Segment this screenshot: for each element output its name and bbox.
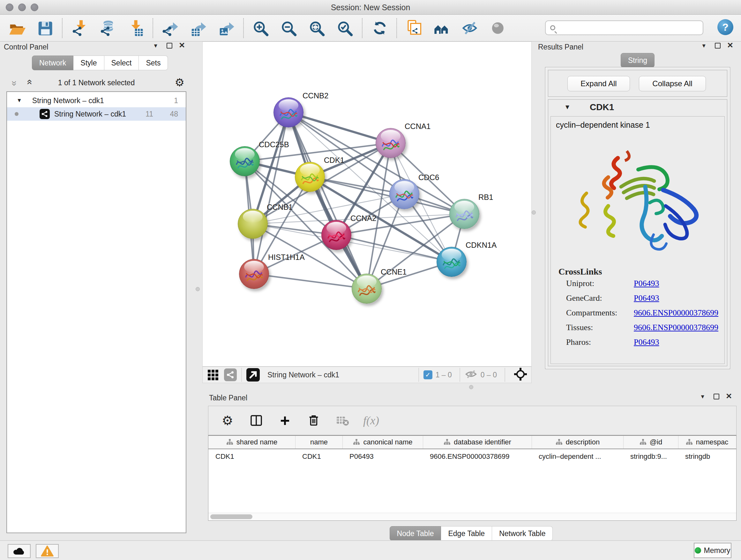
import-network-database-icon[interactable] — [99, 19, 116, 37]
show-columns-icon[interactable] — [249, 413, 264, 428]
open-in-new-window-icon[interactable] — [246, 368, 260, 381]
left-splitter-handle[interactable] — [196, 287, 200, 291]
network-node-cdc25b[interactable] — [230, 146, 260, 176]
tab-select[interactable]: Select — [105, 56, 139, 70]
table-cell[interactable]: CDK1 — [208, 449, 295, 464]
column-header-description[interactable]: description — [532, 436, 623, 449]
hide-selected-icon[interactable] — [461, 19, 479, 37]
column-header-canonical-name[interactable]: canonical name — [342, 436, 423, 449]
network-options-gear-icon[interactable]: ⚙ — [175, 76, 185, 89]
network-node-cdk1[interactable] — [295, 162, 325, 192]
tab-node-table[interactable]: Node Table — [390, 526, 441, 541]
memory-button[interactable]: Memory — [694, 543, 731, 558]
add-column-icon[interactable]: + — [277, 413, 293, 428]
control-panel-float-icon[interactable] — [166, 43, 172, 50]
table-row[interactable]: CDK1CDK1P064939606.ENSP00000378699cyclin… — [208, 449, 736, 464]
help-button[interactable]: ? — [718, 19, 733, 35]
import-table-icon[interactable] — [127, 19, 144, 37]
search-input[interactable] — [558, 23, 703, 32]
network-node-cdkn1a[interactable] — [436, 247, 467, 277]
tab-network[interactable]: Network — [32, 56, 73, 70]
import-network-file-icon[interactable] — [71, 19, 88, 37]
network-node-rb1[interactable] — [449, 199, 479, 229]
delete-column-trash-icon[interactable] — [306, 413, 321, 428]
string-home-icon[interactable] — [433, 19, 451, 37]
table-cell[interactable]: stringdb — [678, 449, 736, 464]
network-row[interactable]: String Network – cdk1 11 48 — [7, 107, 186, 121]
protein-thumbnail — [356, 280, 377, 300]
expand-all-button[interactable]: Expand All — [567, 76, 630, 91]
refresh-network-icon[interactable] — [371, 19, 388, 37]
right-splitter-handle[interactable] — [532, 210, 536, 214]
tab-string[interactable]: String — [621, 53, 655, 68]
open-session-icon[interactable] — [8, 19, 25, 37]
collapse-all-button[interactable]: Collapse All — [639, 76, 706, 91]
table-cell[interactable]: stringdb:9... — [623, 449, 678, 464]
network-node-ccna1[interactable] — [376, 128, 406, 158]
tab-edge-table[interactable]: Edge Table — [441, 526, 492, 541]
tab-network-table[interactable]: Network Table — [492, 526, 553, 541]
column-header-name[interactable]: name — [295, 436, 342, 449]
table-horizontal-scrollbar[interactable] — [208, 513, 736, 520]
network-node-hist1h1a[interactable] — [239, 259, 269, 289]
network-collection-row[interactable]: ▼ String Network – cdk1 1 — [7, 94, 186, 107]
tab-sets[interactable]: Sets — [139, 56, 168, 70]
zoom-fit-content-icon[interactable] — [308, 19, 326, 37]
network-share-icon[interactable] — [224, 368, 237, 381]
crosslink-link[interactable]: 9606.ENSP00000378699 — [634, 323, 718, 332]
expand-collapse-row: Expand All Collapse All — [548, 70, 727, 97]
network-node-ccnb2[interactable] — [273, 98, 304, 127]
export-table-icon[interactable] — [190, 19, 207, 37]
warning-status-button[interactable] — [36, 544, 59, 558]
view-grid-icon[interactable] — [208, 370, 218, 380]
save-session-icon[interactable] — [37, 19, 54, 37]
scrollbar-thumb[interactable] — [210, 514, 253, 519]
table-panel-close-icon[interactable]: ✕ — [726, 392, 732, 401]
network-canvas[interactable]: CCNB2 CCNA1 CDC25B CDK1 CDC6 RB1CCNB1 CC… — [202, 42, 532, 367]
control-panel-menu-icon[interactable]: ▼ — [153, 43, 158, 49]
selected-items-checkbox[interactable]: ✓ — [423, 370, 432, 379]
crosslink-link[interactable]: P06493 — [634, 294, 659, 303]
tab-style[interactable]: Style — [73, 56, 104, 70]
zoom-in-icon[interactable] — [252, 19, 269, 37]
search-field[interactable] — [545, 20, 703, 35]
results-panel-float-icon[interactable] — [715, 43, 721, 50]
table-cell[interactable]: 9606.ENSP00000378699 — [423, 449, 532, 464]
cdk1-entry-header[interactable]: ▼ CDK1 — [548, 100, 727, 116]
control-panel: Control Panel ▼ ✕ NetworkStyleSelectSets… — [4, 43, 189, 535]
column-header-database-identifier[interactable]: database identifier — [423, 436, 532, 449]
column-header-namespac[interactable]: namespac — [678, 436, 736, 449]
table-cell[interactable]: P06493 — [342, 449, 423, 464]
network-node-ccna2[interactable] — [321, 220, 351, 250]
table-panel: Table Panel ▼ ✕ ⚙ + f(x) shared namename… — [205, 390, 737, 539]
network-type-icon — [40, 109, 50, 119]
table-panel-menu-icon[interactable]: ▼ — [700, 394, 705, 400]
column-header-shared-name[interactable]: shared name — [208, 436, 295, 449]
show-all-icon[interactable] — [489, 19, 507, 37]
crosslink-link[interactable]: P06493 — [634, 337, 659, 347]
network-node-ccnb1[interactable] — [238, 209, 268, 239]
table-cell[interactable]: cyclin–dependent ... — [532, 449, 623, 464]
bottom-splitter-handle[interactable] — [469, 385, 473, 389]
control-panel-close-icon[interactable]: ✕ — [179, 41, 185, 50]
cloud-status-button[interactable] — [8, 544, 30, 558]
results-panel-close-icon[interactable]: ✕ — [727, 41, 733, 50]
crosslink-link[interactable]: P06493 — [634, 279, 659, 288]
control-panel-title: Control Panel — [4, 43, 48, 51]
table-options-gear-icon[interactable]: ⚙ — [220, 413, 235, 428]
network-node-ccne1[interactable] — [352, 273, 382, 304]
export-image-icon[interactable] — [218, 19, 235, 37]
results-panel-menu-icon[interactable]: ▼ — [701, 43, 706, 49]
crosslink-link[interactable]: 9606.ENSP00000378699 — [634, 308, 718, 318]
zoom-out-icon[interactable] — [280, 19, 297, 37]
export-network-icon[interactable] — [161, 19, 179, 37]
table-cell[interactable]: CDK1 — [295, 449, 342, 464]
new-network-from-selection-icon[interactable] — [405, 19, 422, 37]
zoom-selected-icon[interactable] — [336, 19, 354, 37]
collection-collapse-icon[interactable]: ▼ — [17, 98, 22, 104]
fit-selected-crosshair-icon[interactable] — [510, 367, 531, 382]
network-node-cdc6[interactable] — [389, 179, 419, 209]
cdk1-collapse-icon[interactable]: ▼ — [564, 104, 570, 111]
table-panel-float-icon[interactable] — [714, 394, 719, 401]
column-header--id[interactable]: @id — [623, 436, 678, 449]
